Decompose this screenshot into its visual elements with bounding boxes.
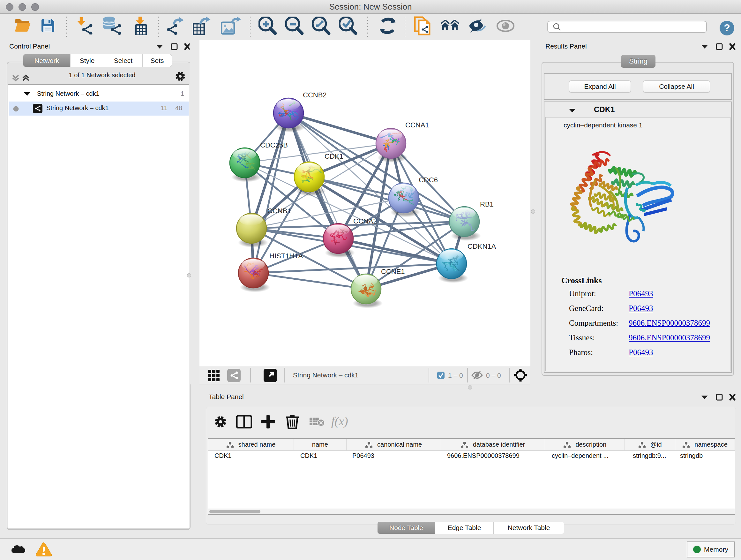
svg-text:CCNA2: CCNA2: [353, 217, 377, 225]
svg-text:?: ?: [724, 22, 730, 34]
svg-text:HIST1H1A: HIST1H1A: [269, 252, 303, 260]
svg-text:RB1: RB1: [480, 200, 494, 208]
svg-text:CDK1: CDK1: [325, 152, 343, 160]
svg-text:CDC25B: CDC25B: [260, 141, 288, 149]
svg-text:CCNB1: CCNB1: [267, 207, 291, 215]
svg-text:CCNE1: CCNE1: [381, 267, 405, 275]
svg-text:CDKN1A: CDKN1A: [468, 242, 496, 250]
svg-text:CCNB2: CCNB2: [303, 91, 327, 99]
svg-text:CDC6: CDC6: [419, 176, 438, 184]
svg-text:CCNA1: CCNA1: [405, 121, 429, 129]
